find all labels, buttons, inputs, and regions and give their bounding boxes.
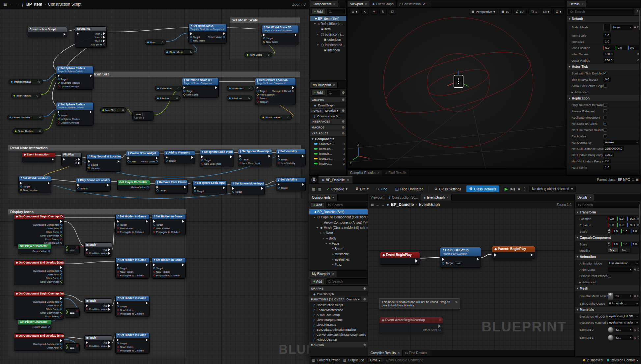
exec-pin[interactable] (275, 86, 294, 89)
exec-pin[interactable] (33, 297, 62, 300)
exec-pin[interactable] (194, 186, 204, 189)
exec-pin[interactable] (64, 33, 66, 36)
components-search[interactable] (326, 202, 368, 208)
add-blueprint-item-button[interactable]: + Add (311, 90, 325, 96)
data-pin[interactable]: New Hidden (117, 270, 144, 273)
asset-icon[interactable]: ▦ (318, 187, 321, 191)
out-pin[interactable] (288, 117, 289, 118)
variable-get-node[interactable]: Outericon (155, 86, 182, 91)
exec-pin[interactable] (263, 34, 278, 36)
blueprint-item[interactable]: ◈EventGraph (310, 103, 346, 108)
value-box[interactable]: 2.0 (603, 159, 611, 163)
add-icon[interactable]: ⊕ (342, 131, 345, 135)
exec-pin[interactable] (58, 74, 80, 77)
data-pin[interactable]: Target (190, 36, 205, 39)
caret-down-icon[interactable]: ▾ (630, 336, 631, 339)
exec-pin[interactable] (86, 304, 99, 307)
value-box[interactable]: 1.0 (631, 229, 639, 234)
data-pin[interactable]: New Visibility (278, 162, 295, 165)
exec-pin[interactable] (295, 34, 297, 36)
expand-arrow-icon[interactable]: ▾ (314, 22, 317, 25)
exec-pin[interactable]: False (101, 308, 110, 311)
exec-pin[interactable] (20, 182, 38, 184)
data-pin[interactable]: From Sweep (33, 315, 62, 318)
data-pin[interactable]: Other Comp (33, 231, 62, 234)
event-graph[interactable]: ◆ Event BeginPlay ƒ Hair LODSetup Target… (368, 208, 574, 350)
data-pin[interactable] (76, 310, 78, 312)
tree-item[interactable]: ▾⌂DefaultScene... (310, 21, 346, 26)
exec-pin[interactable] (201, 155, 221, 158)
close-icon[interactable]: × (332, 272, 334, 276)
branch-node[interactable]: BranchConditionTrueFalse (84, 335, 112, 350)
data-pin[interactable]: Other Actor (33, 273, 62, 276)
tab-find-results[interactable]: Find Results (382, 169, 410, 176)
select-tool-button[interactable]: ↖ (361, 9, 369, 14)
data-pin[interactable]: Target (194, 190, 204, 193)
hide-unrelated-button[interactable]: ◫ Hide Unrelated (393, 185, 426, 192)
value-box[interactable]: 1.0 (612, 229, 620, 234)
details-section-transform[interactable]: ▾Transform (575, 209, 641, 216)
details-search-input[interactable] (582, 203, 637, 207)
data-pin[interactable]: Target (117, 342, 144, 345)
viewport-3d[interactable]: ♫▾ ↖ + ↻ ◱ ▦Perspective▾ ▦10 ∠10° ◱1 Lit… (348, 8, 566, 168)
play-sound-at-location-node[interactable]: ƒ Play Sound at LocationSound (76, 178, 111, 192)
details-section-default[interactable]: ▾Default (567, 16, 641, 22)
exec-pin[interactable] (77, 184, 88, 186)
exec-pin[interactable] (141, 157, 158, 159)
parent-beginplay-node[interactable]: ◆ Parent: BeginPlay (492, 246, 535, 259)
out-pin[interactable] (249, 88, 251, 89)
add-icon[interactable]: ⊕ (342, 126, 345, 129)
blueprint-item[interactable]: StaticMe...⊙ (310, 141, 346, 146)
data-pin[interactable]: New Location (20, 189, 38, 192)
details-search[interactable] (568, 9, 634, 14)
blueprint-item[interactable]: ƒARKitFaceSetup (309, 312, 368, 317)
variable-get-node[interactable]: Icon Size (100, 107, 126, 113)
set-visibility-node[interactable]: ƒ Set VisibilityTargetNew Visibility (276, 149, 306, 166)
eye-icon[interactable]: ⊙ (342, 162, 345, 165)
set-hidden-in-game-node[interactable]: ƒ Set Hidden in GameTargetNew HiddenProp… (115, 333, 150, 354)
details-section-actor tick[interactable]: ▾Actor Tick (567, 64, 641, 70)
eye-icon[interactable]: ⊙ (342, 152, 345, 155)
value-box[interactable]: 225000000.0 (603, 146, 624, 151)
exec-pin[interactable] (90, 74, 92, 77)
expand-arrow-icon[interactable]: ▾ (317, 33, 320, 36)
set-world-scale-3d-node[interactable]: ƒ Set World Scale 3DTarget is Scene Comp… (182, 78, 219, 98)
caret-down-icon[interactable]: ▾ (630, 328, 631, 331)
eye-icon[interactable]: ⊙ (342, 147, 345, 151)
exec-pin[interactable] (153, 220, 180, 223)
data-pin[interactable]: Target (278, 158, 295, 161)
value-box[interactable]: Awake▾ (603, 140, 639, 145)
scale-tool-button[interactable]: ◱ (389, 9, 396, 14)
add-icon[interactable]: ⊕ (363, 297, 366, 301)
exec-pin[interactable] (52, 158, 54, 161)
search-icon[interactable] (632, 179, 634, 181)
blueprint-item[interactable]: ▾Components (310, 136, 346, 141)
data-pin[interactable]: Target (117, 305, 144, 308)
my-blueprint-search[interactable] (327, 90, 340, 96)
data-pin[interactable]: Overlapped Component (33, 300, 62, 303)
exec-pin[interactable] (278, 155, 295, 157)
tab-construction-sc-[interactable]: ƒConstruction Sc... (397, 1, 431, 7)
components-search-input[interactable] (332, 203, 368, 207)
checkbox[interactable] (603, 134, 607, 138)
exec-out-pin[interactable] (415, 259, 418, 263)
tab-my-blueprint[interactable]: My Blueprint × (309, 271, 337, 277)
tab-my-blueprint[interactable]: My Blueprint × (310, 82, 338, 88)
value-box[interactable]: 1.0 (612, 242, 620, 246)
checkbox[interactable] (608, 274, 611, 278)
value-box[interactable]: 0.0 (616, 45, 627, 50)
value-box[interactable]: 200.0 (603, 58, 614, 63)
window-icon[interactable]: ▦ (312, 187, 315, 191)
exec-pin[interactable]: Then 2 (91, 40, 105, 42)
exec-pin[interactable] (33, 266, 62, 269)
data-pin[interactable]: Target (257, 90, 273, 93)
data-pin[interactable]: Target (153, 223, 180, 226)
set-hidden-in-game-node[interactable]: ƒ Set Hidden in GameTargetNew HiddenProp… (115, 258, 150, 279)
get-player-controller-node[interactable]: Get Player ControllerReturn Value (117, 180, 150, 190)
data-pin[interactable] (66, 345, 68, 347)
add-icon[interactable]: ⊕ (342, 98, 345, 101)
tree-item[interactable]: ▾⋄Face (309, 241, 368, 246)
components-search[interactable] (327, 9, 345, 14)
close-icon[interactable]: × (582, 2, 584, 6)
exec-pin[interactable] (302, 183, 304, 186)
